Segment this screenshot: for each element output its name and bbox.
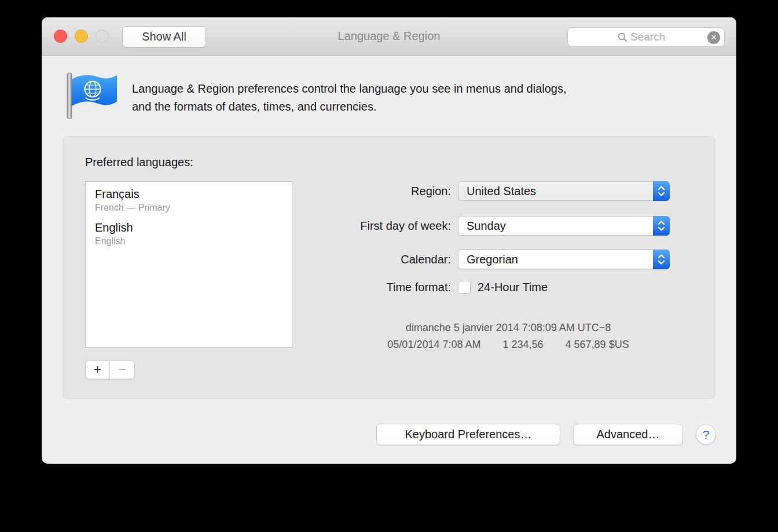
remove-language-button[interactable]: − (110, 361, 134, 379)
language-detail: English (95, 236, 292, 247)
title-bar: Show All Language & Region ✕ (42, 17, 736, 56)
time-format-label: Time format: (226, 278, 451, 296)
un-flag-icon (64, 71, 119, 120)
settings-panel: Preferred languages: Français French — P… (63, 136, 715, 399)
preview-currency: 4 567,89 $US (566, 336, 629, 353)
format-preview: dimanche 5 janvier 2014 7:08:09 AM UTC−8… (306, 320, 711, 353)
advanced-button[interactable]: Advanced… (573, 424, 683, 445)
first-day-select[interactable]: Sunday (458, 216, 670, 236)
calendar-value: Gregorian (467, 253, 518, 266)
help-button[interactable]: ? (696, 424, 716, 445)
intro-description: Language & Region preferences control th… (132, 80, 705, 116)
preview-number: 1 234,56 (502, 336, 543, 353)
chevron-up-down-icon (653, 181, 670, 201)
region-label: Region: (226, 181, 451, 201)
preferred-languages-label: Preferred languages: (85, 156, 193, 169)
region-select[interactable]: United States (458, 181, 670, 201)
calendar-select[interactable]: Gregorian (458, 250, 670, 269)
preview-datetime-short: 05/01/2014 7:08 AM (387, 336, 480, 353)
calendar-label: Calendar: (226, 250, 451, 269)
24-hour-time-checkbox[interactable] (458, 281, 471, 293)
add-language-button[interactable]: + (86, 361, 110, 379)
search-icon (618, 32, 627, 42)
first-day-label: First day of week: (226, 216, 451, 236)
region-value: United States (467, 185, 536, 197)
preferences-window: Show All Language & Region ✕ (42, 17, 736, 464)
chevron-up-down-icon (653, 250, 670, 269)
search-field[interactable]: ✕ (567, 27, 725, 47)
intro-line-1: Language & Region preferences control th… (132, 80, 705, 98)
intro-line-2: and the formats of dates, times, and cur… (132, 98, 705, 116)
language-detail: French — Primary (95, 203, 292, 213)
first-day-value: Sunday (467, 219, 506, 232)
24-hour-time-checkbox-label: 24-Hour Time (478, 280, 548, 295)
search-clear-icon[interactable]: ✕ (707, 31, 720, 44)
chevron-up-down-icon (653, 216, 670, 236)
preview-datetime-long: dimanche 5 janvier 2014 7:08:09 AM UTC−8 (306, 320, 711, 336)
preview-formats-row: 05/01/2014 7:08 AM 1 234,56 4 567,89 $US (306, 336, 711, 353)
list-edit-controls: + − (85, 361, 135, 379)
keyboard-preferences-button[interactable]: Keyboard Preferences… (376, 424, 560, 445)
search-input[interactable] (630, 31, 674, 43)
